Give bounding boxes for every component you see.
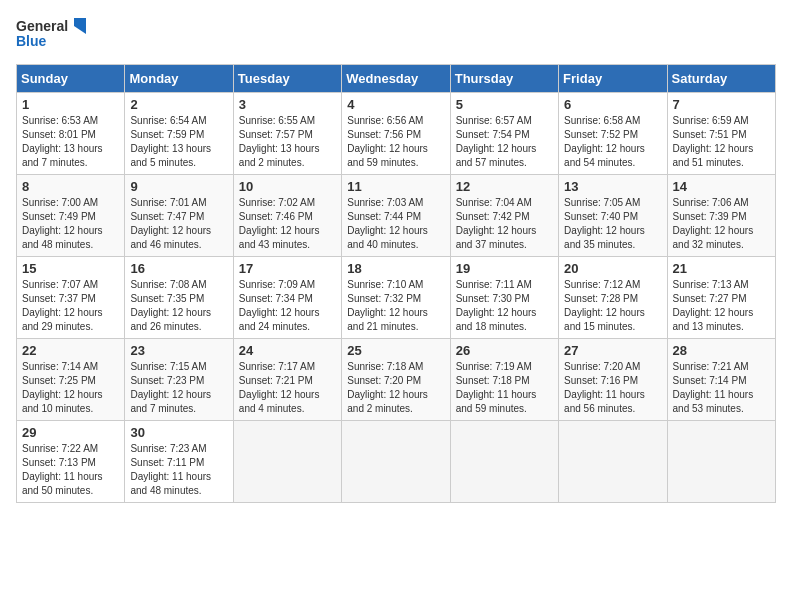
- calendar-cell: 29 Sunrise: 7:22 AMSunset: 7:13 PMDaylig…: [17, 421, 125, 503]
- calendar-cell: 11 Sunrise: 7:03 AMSunset: 7:44 PMDaylig…: [342, 175, 450, 257]
- day-info: Sunrise: 6:56 AMSunset: 7:56 PMDaylight:…: [347, 115, 428, 168]
- day-number: 16: [130, 261, 227, 276]
- day-info: Sunrise: 7:17 AMSunset: 7:21 PMDaylight:…: [239, 361, 320, 414]
- calendar-cell: 24 Sunrise: 7:17 AMSunset: 7:21 PMDaylig…: [233, 339, 341, 421]
- calendar-cell: 25 Sunrise: 7:18 AMSunset: 7:20 PMDaylig…: [342, 339, 450, 421]
- day-info: Sunrise: 6:54 AMSunset: 7:59 PMDaylight:…: [130, 115, 211, 168]
- calendar-cell: 23 Sunrise: 7:15 AMSunset: 7:23 PMDaylig…: [125, 339, 233, 421]
- day-number: 22: [22, 343, 119, 358]
- svg-text:General: General: [16, 18, 68, 34]
- calendar-cell: 18 Sunrise: 7:10 AMSunset: 7:32 PMDaylig…: [342, 257, 450, 339]
- day-number: 9: [130, 179, 227, 194]
- day-info: Sunrise: 7:21 AMSunset: 7:14 PMDaylight:…: [673, 361, 754, 414]
- weekday-header-sunday: Sunday: [17, 65, 125, 93]
- calendar-cell: 30 Sunrise: 7:23 AMSunset: 7:11 PMDaylig…: [125, 421, 233, 503]
- day-info: Sunrise: 6:55 AMSunset: 7:57 PMDaylight:…: [239, 115, 320, 168]
- calendar-cell: [559, 421, 667, 503]
- day-info: Sunrise: 7:07 AMSunset: 7:37 PMDaylight:…: [22, 279, 103, 332]
- day-number: 25: [347, 343, 444, 358]
- day-info: Sunrise: 7:18 AMSunset: 7:20 PMDaylight:…: [347, 361, 428, 414]
- day-info: Sunrise: 7:00 AMSunset: 7:49 PMDaylight:…: [22, 197, 103, 250]
- day-info: Sunrise: 7:23 AMSunset: 7:11 PMDaylight:…: [130, 443, 211, 496]
- weekday-header-thursday: Thursday: [450, 65, 558, 93]
- day-info: Sunrise: 7:14 AMSunset: 7:25 PMDaylight:…: [22, 361, 103, 414]
- calendar-cell: 10 Sunrise: 7:02 AMSunset: 7:46 PMDaylig…: [233, 175, 341, 257]
- calendar-cell: 5 Sunrise: 6:57 AMSunset: 7:54 PMDayligh…: [450, 93, 558, 175]
- day-info: Sunrise: 7:11 AMSunset: 7:30 PMDaylight:…: [456, 279, 537, 332]
- day-info: Sunrise: 7:15 AMSunset: 7:23 PMDaylight:…: [130, 361, 211, 414]
- day-number: 30: [130, 425, 227, 440]
- day-number: 27: [564, 343, 661, 358]
- day-number: 14: [673, 179, 770, 194]
- calendar-cell: 3 Sunrise: 6:55 AMSunset: 7:57 PMDayligh…: [233, 93, 341, 175]
- day-number: 5: [456, 97, 553, 112]
- day-number: 7: [673, 97, 770, 112]
- calendar-week-row: 29 Sunrise: 7:22 AMSunset: 7:13 PMDaylig…: [17, 421, 776, 503]
- day-number: 18: [347, 261, 444, 276]
- day-info: Sunrise: 7:05 AMSunset: 7:40 PMDaylight:…: [564, 197, 645, 250]
- day-number: 6: [564, 97, 661, 112]
- day-info: Sunrise: 7:08 AMSunset: 7:35 PMDaylight:…: [130, 279, 211, 332]
- calendar-cell: 8 Sunrise: 7:00 AMSunset: 7:49 PMDayligh…: [17, 175, 125, 257]
- weekday-header-row: SundayMondayTuesdayWednesdayThursdayFrid…: [17, 65, 776, 93]
- day-info: Sunrise: 7:02 AMSunset: 7:46 PMDaylight:…: [239, 197, 320, 250]
- calendar-cell: [233, 421, 341, 503]
- calendar-cell: 7 Sunrise: 6:59 AMSunset: 7:51 PMDayligh…: [667, 93, 775, 175]
- calendar-cell: [667, 421, 775, 503]
- calendar-cell: 17 Sunrise: 7:09 AMSunset: 7:34 PMDaylig…: [233, 257, 341, 339]
- day-info: Sunrise: 7:20 AMSunset: 7:16 PMDaylight:…: [564, 361, 645, 414]
- calendar-cell: 20 Sunrise: 7:12 AMSunset: 7:28 PMDaylig…: [559, 257, 667, 339]
- calendar-cell: 1 Sunrise: 6:53 AMSunset: 8:01 PMDayligh…: [17, 93, 125, 175]
- calendar-cell: 16 Sunrise: 7:08 AMSunset: 7:35 PMDaylig…: [125, 257, 233, 339]
- calendar-cell: 27 Sunrise: 7:20 AMSunset: 7:16 PMDaylig…: [559, 339, 667, 421]
- calendar-cell: 4 Sunrise: 6:56 AMSunset: 7:56 PMDayligh…: [342, 93, 450, 175]
- day-info: Sunrise: 7:12 AMSunset: 7:28 PMDaylight:…: [564, 279, 645, 332]
- day-number: 2: [130, 97, 227, 112]
- day-number: 24: [239, 343, 336, 358]
- weekday-header-monday: Monday: [125, 65, 233, 93]
- day-info: Sunrise: 6:58 AMSunset: 7:52 PMDaylight:…: [564, 115, 645, 168]
- calendar-cell: 13 Sunrise: 7:05 AMSunset: 7:40 PMDaylig…: [559, 175, 667, 257]
- calendar-cell: 22 Sunrise: 7:14 AMSunset: 7:25 PMDaylig…: [17, 339, 125, 421]
- calendar-cell: [342, 421, 450, 503]
- day-number: 26: [456, 343, 553, 358]
- day-number: 1: [22, 97, 119, 112]
- calendar-cell: 12 Sunrise: 7:04 AMSunset: 7:42 PMDaylig…: [450, 175, 558, 257]
- day-info: Sunrise: 7:04 AMSunset: 7:42 PMDaylight:…: [456, 197, 537, 250]
- calendar-cell: 19 Sunrise: 7:11 AMSunset: 7:30 PMDaylig…: [450, 257, 558, 339]
- day-number: 23: [130, 343, 227, 358]
- day-info: Sunrise: 6:53 AMSunset: 8:01 PMDaylight:…: [22, 115, 103, 168]
- day-info: Sunrise: 7:10 AMSunset: 7:32 PMDaylight:…: [347, 279, 428, 332]
- svg-text:Blue: Blue: [16, 33, 47, 49]
- calendar-cell: 26 Sunrise: 7:19 AMSunset: 7:18 PMDaylig…: [450, 339, 558, 421]
- day-number: 8: [22, 179, 119, 194]
- day-number: 4: [347, 97, 444, 112]
- calendar-cell: 15 Sunrise: 7:07 AMSunset: 7:37 PMDaylig…: [17, 257, 125, 339]
- day-number: 28: [673, 343, 770, 358]
- day-number: 11: [347, 179, 444, 194]
- day-info: Sunrise: 7:01 AMSunset: 7:47 PMDaylight:…: [130, 197, 211, 250]
- svg-marker-2: [74, 18, 86, 34]
- day-number: 21: [673, 261, 770, 276]
- logo: General Blue: [16, 16, 86, 52]
- day-info: Sunrise: 7:13 AMSunset: 7:27 PMDaylight:…: [673, 279, 754, 332]
- weekday-header-tuesday: Tuesday: [233, 65, 341, 93]
- day-info: Sunrise: 7:03 AMSunset: 7:44 PMDaylight:…: [347, 197, 428, 250]
- calendar-cell: 21 Sunrise: 7:13 AMSunset: 7:27 PMDaylig…: [667, 257, 775, 339]
- calendar-week-row: 1 Sunrise: 6:53 AMSunset: 8:01 PMDayligh…: [17, 93, 776, 175]
- logo-svg: General Blue: [16, 16, 86, 52]
- day-number: 19: [456, 261, 553, 276]
- weekday-header-friday: Friday: [559, 65, 667, 93]
- calendar-cell: 9 Sunrise: 7:01 AMSunset: 7:47 PMDayligh…: [125, 175, 233, 257]
- day-number: 3: [239, 97, 336, 112]
- calendar-cell: 28 Sunrise: 7:21 AMSunset: 7:14 PMDaylig…: [667, 339, 775, 421]
- weekday-header-wednesday: Wednesday: [342, 65, 450, 93]
- day-number: 20: [564, 261, 661, 276]
- day-info: Sunrise: 7:22 AMSunset: 7:13 PMDaylight:…: [22, 443, 103, 496]
- calendar-cell: 2 Sunrise: 6:54 AMSunset: 7:59 PMDayligh…: [125, 93, 233, 175]
- day-info: Sunrise: 7:09 AMSunset: 7:34 PMDaylight:…: [239, 279, 320, 332]
- calendar-week-row: 22 Sunrise: 7:14 AMSunset: 7:25 PMDaylig…: [17, 339, 776, 421]
- calendar-week-row: 8 Sunrise: 7:00 AMSunset: 7:49 PMDayligh…: [17, 175, 776, 257]
- calendar-cell: 14 Sunrise: 7:06 AMSunset: 7:39 PMDaylig…: [667, 175, 775, 257]
- calendar-cell: [450, 421, 558, 503]
